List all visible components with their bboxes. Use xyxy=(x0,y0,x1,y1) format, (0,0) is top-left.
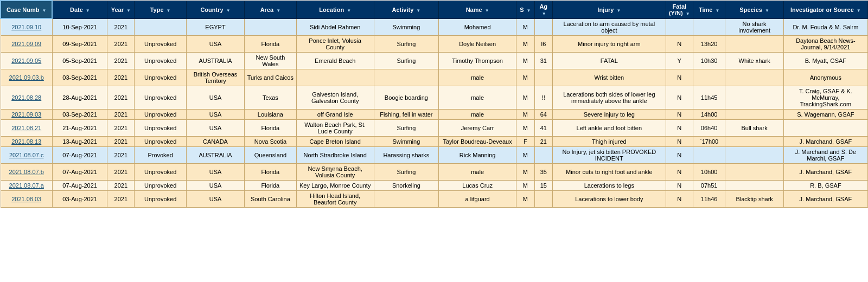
sex-cell: F xyxy=(516,136,534,146)
column-header-location[interactable]: Location ▼ xyxy=(296,1,374,18)
location-cell: New Smyrna Beach, Volusia County xyxy=(296,163,374,180)
species-cell xyxy=(725,69,783,86)
year-cell: 2021 xyxy=(107,180,135,190)
case-link[interactable]: 2021.09.09 xyxy=(11,41,41,47)
column-header-injury[interactable]: Injury ▼ xyxy=(552,1,666,18)
case-link[interactable]: 2021.08.07.b xyxy=(9,169,44,175)
case-link[interactable]: 2021.08.21 xyxy=(11,125,41,131)
age-cell: !! xyxy=(534,86,552,109)
column-header-ag[interactable]: Ag ▼ xyxy=(534,1,552,18)
date-cell: 09-Sep-2021 xyxy=(52,35,107,52)
type-cell: Unprovoked xyxy=(135,86,186,109)
case-link[interactable]: 2021.09.10 xyxy=(11,24,41,30)
case-link[interactable]: 2021.09.03 xyxy=(11,111,41,118)
activity-cell: Surfing xyxy=(374,35,438,52)
column-header-name[interactable]: Name ▼ xyxy=(439,1,516,18)
area-cell: Texas xyxy=(245,86,296,109)
victim-name-cell: Doyle Neilsen xyxy=(439,35,516,52)
species-cell xyxy=(725,35,783,52)
injury-cell: Lacerations to lower body xyxy=(552,190,666,207)
column-header-country[interactable]: Country ▼ xyxy=(186,1,244,18)
case-link[interactable]: 2021.08.28 xyxy=(11,94,41,101)
year-cell: 2021 xyxy=(107,69,135,86)
case-link[interactable]: 2021.08.07.c xyxy=(9,152,44,158)
column-header-activity[interactable]: Activity ▼ xyxy=(374,1,438,18)
column-header-area[interactable]: Area ▼ xyxy=(245,1,296,18)
area-cell: Nova Scotia xyxy=(245,136,296,146)
species-cell xyxy=(725,136,783,146)
fatal-cell: N xyxy=(666,163,693,180)
sort-icon: ▼ xyxy=(167,8,171,13)
sex-cell: M xyxy=(516,163,534,180)
injury-cell: Minor injury to right arm xyxy=(552,35,666,52)
case-link[interactable]: 2021.08.13 xyxy=(11,138,41,145)
age-cell: I6 xyxy=(534,35,552,52)
area-cell: Florida xyxy=(245,163,296,180)
activity-cell: Fishing, fell in water xyxy=(374,109,438,119)
year-cell: 2021 xyxy=(107,18,135,35)
column-header-investigator-or-source[interactable]: Investigator or Source ▼ xyxy=(783,1,867,18)
age-cell xyxy=(534,190,552,207)
case-number-cell[interactable]: 2021.08.07.a xyxy=(1,180,52,190)
sort-icon: ▼ xyxy=(616,8,621,13)
country-cell: AUSTRALIA xyxy=(186,146,244,163)
column-header-case-numb[interactable]: Case Numb ▼ xyxy=(1,1,52,18)
activity-cell: Surfing xyxy=(374,119,438,136)
column-header-s[interactable]: S ▼ xyxy=(516,1,534,18)
case-number-cell[interactable]: 2021.08.07.c xyxy=(1,146,52,163)
table-row: 2021.08.1313-Aug-20212021UnprovokedCANAD… xyxy=(1,136,868,146)
case-number-cell[interactable]: 2021.08.13 xyxy=(1,136,52,146)
fatal-cell: N xyxy=(666,109,693,119)
victim-name-cell: Taylor Boudreau-Deveaux xyxy=(439,136,516,146)
area-cell xyxy=(245,18,296,35)
injury-cell: Lacerations both sides of lower leg imme… xyxy=(552,86,666,109)
activity-cell: Harassing sharks xyxy=(374,146,438,163)
investigator-cell: R. B, GSAF xyxy=(783,180,867,190)
case-link[interactable]: 2021.08.03 xyxy=(11,196,41,202)
case-number-cell[interactable]: 2021.08.07.b xyxy=(1,163,52,180)
case-number-cell[interactable]: 2021.09.09 xyxy=(1,35,52,52)
location-cell: Cape Breton Island xyxy=(296,136,374,146)
column-header-fatal-(y/n)[interactable]: Fatal (Y/N) ▼ xyxy=(666,1,693,18)
activity-cell: Boogie boarding xyxy=(374,86,438,109)
column-header-date[interactable]: Date ▼ xyxy=(52,1,107,18)
investigator-cell: T. Craig, GSAF & K. McMurray, TrackingSh… xyxy=(783,86,867,109)
sort-icon: ▼ xyxy=(715,8,719,13)
injury-cell: Left ankle and foot bitten xyxy=(552,119,666,136)
case-number-cell[interactable]: 2021.09.05 xyxy=(1,52,52,69)
fatal-cell: N xyxy=(666,119,693,136)
table-row: 2021.08.07.b07-Aug-20212021UnprovokedUSA… xyxy=(1,163,868,180)
area-cell: Louisiana xyxy=(245,109,296,119)
age-cell: 31 xyxy=(534,52,552,69)
country-cell: USA xyxy=(186,119,244,136)
case-link[interactable]: 2021.09.03.b xyxy=(9,74,44,81)
case-number-cell[interactable]: 2021.09.10 xyxy=(1,18,52,35)
time-cell: 14h00 xyxy=(693,109,725,119)
column-header-time[interactable]: Time ▼ xyxy=(693,1,725,18)
area-cell: New South Wales xyxy=(245,52,296,69)
location-cell: Ponce Inlet, Volusia County xyxy=(296,35,374,52)
column-header-species[interactable]: Species ▼ xyxy=(725,1,783,18)
column-header-year[interactable]: Year ▼ xyxy=(107,1,135,18)
year-cell: 2021 xyxy=(107,52,135,69)
type-cell: Unprovoked xyxy=(135,35,186,52)
date-cell: 07-Aug-2021 xyxy=(52,180,107,190)
case-link[interactable]: 2021.08.07.a xyxy=(9,182,44,189)
sort-icon: ▼ xyxy=(347,8,351,13)
column-header-type[interactable]: Type ▼ xyxy=(135,1,186,18)
case-number-cell[interactable]: 2021.09.03 xyxy=(1,109,52,119)
case-number-cell[interactable]: 2021.08.21 xyxy=(1,119,52,136)
injury-cell: No Injury, jet ski bitten PROVOKED INCID… xyxy=(552,146,666,163)
sort-icon: ▼ xyxy=(226,8,231,13)
location-cell: Sidi Abdel Rahmen xyxy=(296,18,374,35)
case-number-cell[interactable]: 2021.08.28 xyxy=(1,86,52,109)
location-cell: Key Largo, Monroe County xyxy=(296,180,374,190)
date-cell: 03-Sep-2021 xyxy=(52,109,107,119)
case-link[interactable]: 2021.09.05 xyxy=(11,57,41,64)
fatal-cell: N xyxy=(666,86,693,109)
investigator-cell: Daytona Beach News-Journal, 9/14/2021 xyxy=(783,35,867,52)
case-number-cell[interactable]: 2021.09.03.b xyxy=(1,69,52,86)
area-cell: Queensland xyxy=(245,146,296,163)
sort-icon: ▼ xyxy=(42,8,47,13)
case-number-cell[interactable]: 2021.08.03 xyxy=(1,190,52,207)
